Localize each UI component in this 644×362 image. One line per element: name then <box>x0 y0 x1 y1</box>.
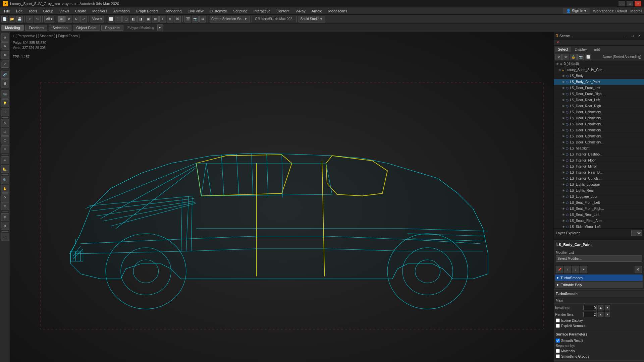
tb-rotate[interactable]: ↻ <box>73 16 79 22</box>
menu-create[interactable]: Create <box>72 8 89 14</box>
tab-populate[interactable]: Populate <box>101 25 123 31</box>
lt-unlink[interactable]: ⛓ <box>1 79 9 87</box>
st-eye[interactable]: 👁 <box>562 54 569 60</box>
menu-modifiers[interactable]: Modifiers <box>90 8 110 14</box>
scene-item-mirror-int[interactable]: 👁 ⬡ LS_Interior_Mirror <box>554 164 644 170</box>
render-iters-down[interactable]: ▼ <box>605 312 610 317</box>
lt-select[interactable]: ⊕ <box>1 34 9 42</box>
lt-geo[interactable]: □ <box>1 128 9 136</box>
tb-save[interactable]: 💾 <box>16 16 23 22</box>
scene-item-seats-rear-arm[interactable]: 👁 ⬡ LS_Seats_Rear_Arm... <box>554 218 644 224</box>
tb-b4[interactable]: ◧ <box>130 16 137 22</box>
tab-edit[interactable]: Edit <box>591 47 603 52</box>
tb-selection-filter[interactable]: All ▾ <box>44 16 54 22</box>
tab-display[interactable]: Display <box>572 47 590 52</box>
scene-explorer-minimize[interactable]: — <box>623 33 629 39</box>
menu-group[interactable]: Group <box>40 8 56 14</box>
menu-interactive[interactable]: Interactive <box>251 8 273 14</box>
lt-compound[interactable]: ⬡ <box>1 136 9 144</box>
lt-xform[interactable]: ⊕ <box>1 222 9 230</box>
menu-scripting[interactable]: Scripting <box>230 8 250 14</box>
st-lock[interactable]: 🔒 <box>570 54 577 60</box>
menu-file[interactable]: File <box>1 8 13 14</box>
scene-item-door-fr[interactable]: 👁 ⬡ LS_Door_Front_Righ... <box>554 91 644 97</box>
st-render[interactable]: 📷 <box>577 54 584 60</box>
scene-item-mirror-sl[interactable]: 👁 ⬡ LS_Side_Mirror_Left <box>554 224 644 228</box>
menu-tools[interactable]: Tools <box>26 8 40 14</box>
tb-redo[interactable]: ↪ <box>34 16 41 22</box>
lt-more[interactable]: … <box>1 233 9 241</box>
iterations-up[interactable]: ▲ <box>598 305 603 310</box>
tb-mode-extra[interactable]: ▾ <box>157 24 163 31</box>
tb-undo[interactable]: ↩ <box>26 16 33 22</box>
tb-create-selection[interactable]: Create Selection Se... ▾ <box>210 16 250 22</box>
tb-render2[interactable]: 📷 <box>192 16 199 22</box>
scene-item-seat-rl[interactable]: 👁 ⬡ LS_Seat_Rear_Left <box>554 212 644 218</box>
menu-arnold[interactable]: Arnold <box>309 8 325 14</box>
lt-pan[interactable]: ✋ <box>1 185 9 193</box>
lt-paint[interactable]: ✏ <box>1 156 9 164</box>
tab-select[interactable]: Select <box>555 47 571 52</box>
mod-btn-move-up[interactable]: ↑ <box>564 266 571 273</box>
layer-explorer-bar[interactable]: Layer Explorer — <box>554 228 644 237</box>
tb-b3[interactable]: ◫ <box>122 16 129 22</box>
scene-item-upholstery6[interactable]: 👁 ⬡ LS_Door_Upholstery... <box>554 139 644 145</box>
tb-snap2[interactable]: ⌗ <box>167 16 173 22</box>
lt-helper[interactable]: ☉ <box>1 108 9 116</box>
menu-views[interactable]: Views <box>57 8 72 14</box>
lt-rotate[interactable]: ↻ <box>1 51 9 59</box>
scene-explorer-close[interactable]: ✕ <box>637 33 642 39</box>
tb-render3[interactable]: 🖥 <box>199 16 206 22</box>
menu-rendering[interactable]: Rendering <box>162 8 184 14</box>
scene-item-seat-fr[interactable]: 👁 ⬡ LS_Seat_Front_Righ... <box>554 206 644 212</box>
materials-checkbox[interactable] <box>556 349 560 353</box>
iterations-input[interactable] <box>583 305 597 310</box>
main-viewport[interactable]: + [ Perspective ] [ Standard ] [ Edged F… <box>10 32 553 362</box>
scene-item-upholstery4[interactable]: 👁 ⬡ LS_Door_Upholstery... <box>554 127 644 133</box>
tb-b7[interactable]: ⊞ <box>152 16 159 22</box>
tab-freeform[interactable]: Freeform <box>25 25 48 31</box>
maximize-btn[interactable]: □ <box>627 1 633 6</box>
menu-edit[interactable]: Edit <box>13 8 25 14</box>
tb-b1[interactable]: ⬜ <box>108 16 114 22</box>
scene-item-suv[interactable]: 👁 ▸ Luxury_Sport_SUV_Gre... <box>554 67 644 73</box>
lt-tape[interactable]: 📐 <box>1 165 9 173</box>
mod-btn-config[interactable]: ⚙ <box>635 266 642 273</box>
tb-new[interactable]: 📄 <box>1 16 8 22</box>
tab-selection[interactable]: Selection <box>49 25 71 31</box>
modifier-turbosmooth[interactable]: ▸ TurboSmooth <box>555 275 643 281</box>
scene-item-lights-rear[interactable]: 👁 ⬡ LS_Lights_Rear <box>554 188 644 194</box>
smoothing-groups-checkbox[interactable] <box>556 354 560 358</box>
scene-item-rear-d[interactable]: 👁 ⬡ LS_Interior_Rear_D... <box>554 170 644 176</box>
tb-scale[interactable]: ⤢ <box>80 16 87 22</box>
render-iters-up[interactable]: ▲ <box>598 312 603 317</box>
explicit-normals-checkbox[interactable] <box>556 324 560 328</box>
isoline-checkbox[interactable] <box>556 318 560 322</box>
tb-snap[interactable]: ⌖ <box>159 16 166 22</box>
tab-object-paint[interactable]: Object Paint <box>73 25 100 31</box>
mod-btn-delete[interactable]: ✕ <box>580 266 587 273</box>
lt-field[interactable]: ⊞ <box>1 202 9 210</box>
tb-render[interactable]: 🎬 <box>184 16 191 22</box>
signin-btn[interactable]: 👤 Sign In ▾ <box>563 8 590 14</box>
scene-item-car-paint[interactable]: 👁 ⬡ LS_Body_Car_Paint <box>554 79 644 85</box>
scene-item-upholstery2[interactable]: 👁 ⬡ LS_Door_Upholstery... <box>554 115 644 121</box>
menu-graph-editors[interactable]: Graph Editors <box>133 8 161 14</box>
iterations-down[interactable]: ▼ <box>605 305 610 310</box>
layer-scrollbar[interactable] <box>554 237 644 240</box>
scene-item-lights-lug[interactable]: 👁 ⬡ LS_Lights_Luggage <box>554 182 644 188</box>
modifier-list-dropdown[interactable]: Select Modifier... <box>556 255 642 262</box>
lt-zoom[interactable]: 🔍 <box>1 176 9 184</box>
mod-btn-move-down[interactable]: ↓ <box>572 266 579 273</box>
tb-squid[interactable]: Squid Studio ▾ <box>299 16 325 22</box>
menu-megascans[interactable]: Megascans <box>326 8 350 14</box>
lt-orbit[interactable]: ⟳ <box>1 193 9 201</box>
scene-close2[interactable]: ✕ <box>555 40 560 45</box>
tb-move[interactable]: ✥ <box>65 16 72 22</box>
st-filter[interactable]: ⚙ <box>555 54 562 60</box>
scene-item-upholstery1[interactable]: 👁 ⬡ LS_Door_Upholstery... <box>554 109 644 115</box>
smooth-result-checkbox[interactable] <box>556 339 560 343</box>
lt-viewport-opt[interactable]: ⊟ <box>1 213 9 221</box>
modifier-editable-poly[interactable]: ▸ Editable Poly <box>555 282 643 288</box>
scene-item-seat-fl[interactable]: 👁 ⬡ LS_Seat_Front_Left <box>554 200 644 206</box>
